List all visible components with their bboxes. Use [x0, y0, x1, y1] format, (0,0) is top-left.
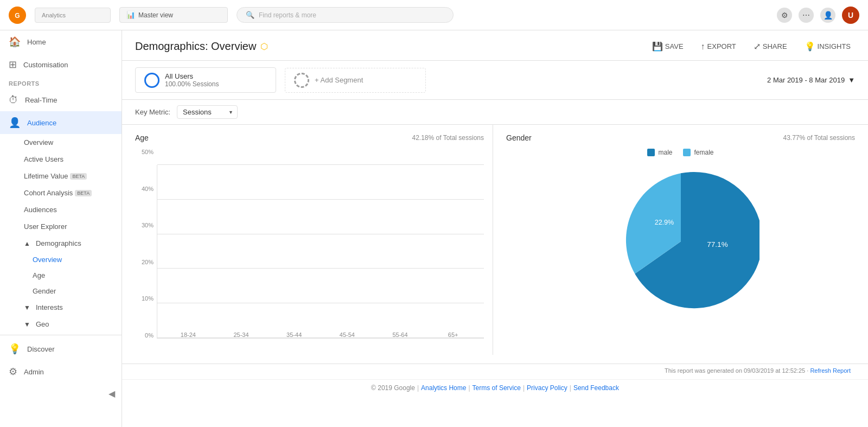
sidebar-item-realtime[interactable]: ⏱ Real-Time	[0, 89, 122, 111]
footer-copyright: © 2019 Google	[371, 384, 415, 392]
footer-terms[interactable]: Terms of Service	[473, 384, 521, 392]
sidebar-sub-lifetime-value[interactable]: Lifetime Value BETA	[0, 168, 122, 184]
footer-links: © 2019 Google | Analytics Home | Terms o…	[371, 384, 619, 392]
female-percent-label: 22.9%	[654, 219, 674, 226]
pie-chart-svg: 77.1% 22.9%	[602, 163, 760, 320]
demo-overview-label: Overview	[33, 256, 62, 264]
y-axis-label: 50%	[135, 149, 157, 155]
bar-group[interactable]: 18-24	[166, 328, 210, 338]
page-footer: © 2019 Google | Analytics Home | Terms o…	[122, 379, 868, 398]
footer-feedback[interactable]: Send Feedback	[573, 384, 619, 392]
realtime-label: Real-Time	[25, 96, 57, 104]
property-selector[interactable]: Master view	[138, 11, 173, 19]
svg-text:G: G	[15, 12, 20, 20]
sidebar-sub-user-explorer[interactable]: User Explorer	[0, 218, 122, 235]
sidebar-item-customisation[interactable]: ⊞ Customisation	[0, 53, 122, 76]
key-metric-select-wrapper[interactable]: Sessions Users Pageviews Bounce Rate	[177, 105, 238, 119]
sidebar-sub-demo-overview[interactable]: Overview	[0, 252, 122, 267]
bar-group[interactable]: 55-64	[378, 328, 423, 338]
report-generated-info: This report was generated on 09/03/2019 …	[665, 367, 810, 374]
sidebar-item-discover[interactable]: 💡 Discover	[0, 337, 122, 360]
home-icon: 🏠	[9, 36, 21, 48]
legend-male: male	[647, 149, 672, 156]
overview-label: Overview	[24, 138, 53, 146]
gender-chart-title: Gender	[506, 133, 532, 142]
bar-label-55-64: 55-64	[392, 332, 407, 338]
sidebar-sub-geo[interactable]: ▼ Geo	[0, 316, 122, 333]
bar-label-45-54: 45-54	[340, 332, 355, 338]
sidebar-item-audience[interactable]: 👤 Audience	[0, 111, 122, 134]
key-metric-select[interactable]: Sessions Users Pageviews Bounce Rate	[177, 105, 238, 119]
page-title: Demographics: Overview ⬡	[135, 40, 268, 53]
key-metric-label: Key Metric:	[135, 108, 170, 116]
audience-icon: 👤	[9, 117, 21, 129]
sidebar-item-admin[interactable]: ⚙ Admin	[0, 360, 122, 383]
sidebar-sub-active-users[interactable]: Active Users	[0, 151, 122, 168]
sidebar-collapse-btn[interactable]: ◀	[0, 383, 122, 404]
share-icon: ⤢	[754, 41, 761, 52]
main-layout: 🏠 Home ⊞ Customisation REPORTS ⏱ Real-Ti…	[0, 30, 868, 427]
account-icon[interactable]: 👤	[820, 8, 835, 23]
share-label: SHARE	[763, 42, 787, 50]
report-generated-text: This report was generated on 09/03/2019 …	[135, 367, 855, 374]
y-axis-label: 0%	[135, 332, 157, 339]
realtime-icon: ⏱	[9, 94, 18, 106]
add-segment[interactable]: + Add Segment	[285, 68, 426, 93]
segment-name: All Users	[165, 72, 219, 80]
gender-pie-area: male female 77.1%	[506, 149, 855, 320]
add-segment-label: + Add Segment	[315, 76, 363, 84]
bar-group[interactable]: 25-34	[219, 328, 264, 338]
logo[interactable]: G	[9, 7, 26, 24]
footer-analytics-home[interactable]: Analytics Home	[421, 384, 466, 392]
notifications-icon[interactable]: ⚙	[777, 8, 792, 23]
sidebar-sub-interests[interactable]: ▼ Interests	[0, 299, 122, 316]
apps-icon[interactable]: ⋯	[799, 8, 814, 23]
user-avatar[interactable]: U	[842, 7, 859, 24]
footer-privacy[interactable]: Privacy Policy	[527, 384, 567, 392]
refresh-report-link[interactable]: Refresh Report	[810, 367, 851, 374]
save-button[interactable]: 💾 SAVE	[648, 39, 688, 54]
topbar-right: ⚙ ⋯ 👤 U	[777, 7, 859, 24]
admin-label: Admin	[24, 368, 44, 376]
bar-group[interactable]: 45-54	[325, 328, 369, 338]
sidebar-sub-demo-age[interactable]: Age	[0, 267, 122, 283]
share-button[interactable]: ⤢ SHARE	[749, 39, 792, 54]
sidebar-sub-demo-gender[interactable]: Gender	[0, 283, 122, 299]
legend-female-label: female	[694, 149, 713, 156]
y-axis-label: 10%	[135, 295, 157, 302]
bar-group[interactable]: 35-44	[272, 328, 316, 338]
account-selector[interactable]: Analytics	[35, 8, 111, 23]
save-icon: 💾	[652, 41, 663, 52]
sidebar: 🏠 Home ⊞ Customisation REPORTS ⏱ Real-Ti…	[0, 30, 122, 427]
sidebar-sub-cohort-analysis[interactable]: Cohort Analysis BETA	[0, 184, 122, 201]
segments-bar: All Users 100.00% Sessions + Add Segment…	[122, 61, 868, 100]
sidebar-item-home[interactable]: 🏠 Home	[0, 30, 122, 53]
export-button[interactable]: ↑ EXPORT	[697, 40, 741, 54]
sidebar-sub-demographics[interactable]: ▲ Demographics	[0, 235, 122, 252]
all-users-segment[interactable]: All Users 100.00% Sessions	[135, 67, 276, 93]
export-icon: ↑	[701, 42, 705, 52]
bar-group[interactable]: 65+	[431, 328, 475, 338]
verified-icon: ⬡	[260, 41, 268, 52]
legend-dot-male	[647, 149, 655, 156]
insights-label: INSIGHTS	[818, 42, 851, 50]
search-bar[interactable]: 🔍 Find reports & more	[237, 7, 454, 23]
age-chart-subtitle: 42.18% of Total sessions	[412, 134, 484, 142]
geo-label: Geo	[36, 320, 49, 328]
age-chart-header: Age 42.18% of Total sessions	[135, 133, 484, 142]
save-label: SAVE	[665, 42, 684, 50]
interests-expand-icon: ▼	[24, 304, 30, 311]
customisation-icon: ⊞	[9, 59, 17, 71]
demographics-label: Demographics	[36, 239, 81, 247]
cohort-beta-badge: BETA	[75, 190, 92, 196]
sidebar-sub-audiences[interactable]: Audiences	[0, 201, 122, 218]
lifetime-value-beta-badge: BETA	[70, 173, 87, 180]
age-chart-title: Age	[135, 133, 149, 142]
sidebar-sub-overview[interactable]: Overview	[0, 134, 122, 151]
report-footer: This report was generated on 09/03/2019 …	[122, 364, 868, 379]
bar-label-25-34: 25-34	[233, 332, 248, 338]
insights-button[interactable]: 💡 INSIGHTS	[800, 39, 855, 54]
pie-legend: male female	[647, 149, 713, 156]
date-range-picker[interactable]: 2 Mar 2019 - 8 Mar 2019 ▼	[767, 76, 855, 84]
date-range-chevron: ▼	[848, 76, 855, 84]
